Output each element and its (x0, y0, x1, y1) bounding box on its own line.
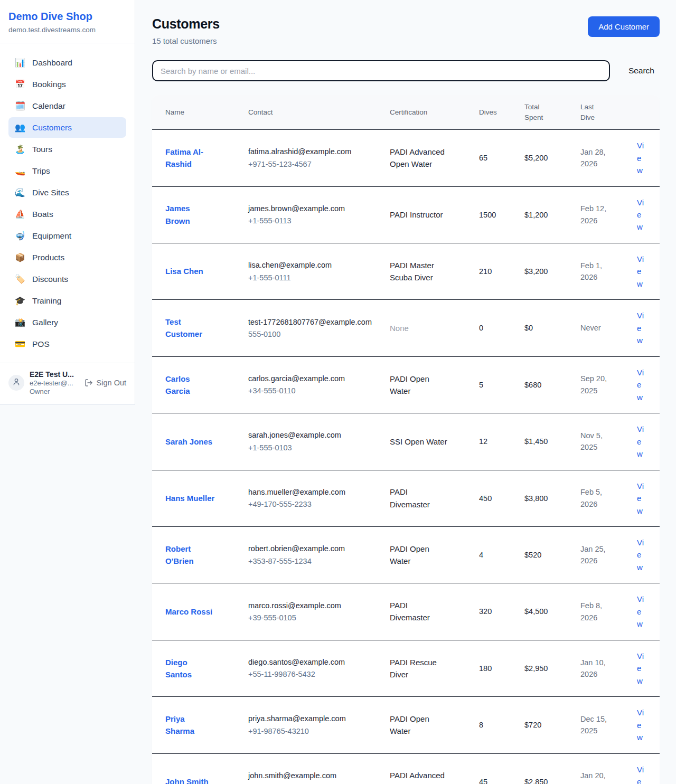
sidebar-item-gallery[interactable]: 📸 Gallery (8, 312, 126, 333)
page-title: Customers (152, 16, 220, 32)
customer-name-link[interactable]: Diego Santos (165, 656, 215, 681)
view-customer-link[interactable]: View (637, 311, 644, 345)
view-customer-link[interactable]: View (637, 538, 644, 572)
customer-dives: 180 (473, 640, 518, 696)
camera-flash-icon: 📸 (15, 317, 25, 327)
sidebar-item-pos[interactable]: 💳 POS (8, 334, 126, 354)
customer-name-link[interactable]: Marco Rossi (165, 606, 212, 618)
customer-phone: +39-555-0105 (248, 612, 377, 624)
customers-table-card: Name Contact Certification Dives Total S… (152, 95, 660, 784)
add-customer-button[interactable]: Add Customer (588, 16, 660, 37)
customer-name-link[interactable]: Hans Mueller (165, 492, 214, 504)
table-row: Test Customer test-1772681807767@example… (152, 300, 660, 356)
sidebar-item-equipment[interactable]: 🤿 Equipment (8, 225, 126, 246)
view-customer-link[interactable]: View (637, 651, 644, 685)
customer-certification: SSI Open Water (390, 436, 447, 448)
view-customer-link[interactable]: View (637, 481, 644, 515)
customer-total-spent: $4,500 (518, 583, 574, 640)
sidebar-item-boats[interactable]: ⛵ Boats (8, 204, 126, 224)
col-header-last-dive: Last Dive (574, 95, 631, 130)
customer-total-spent: $3,200 (518, 243, 574, 299)
customer-name-link[interactable]: Robert O'Brien (165, 543, 215, 568)
search-button[interactable]: Search (623, 62, 660, 80)
package-icon: 📦 (15, 252, 25, 262)
customer-last-dive: Feb 5, 2026 (580, 486, 612, 510)
customer-last-dive: Jan 10, 2026 (580, 657, 612, 681)
table-row: John Smith john.smith@example.com +1-555… (152, 753, 660, 784)
customer-last-dive: Sep 20, 2025 (580, 373, 612, 396)
customer-total-spent: $2,950 (518, 640, 574, 696)
customer-email: hans.mueller@example.com (248, 486, 377, 498)
sidebar-item-dive-sites[interactable]: 🌊 Dive Sites (8, 182, 126, 203)
customer-total-spent: $2,850 (518, 753, 574, 784)
search-input[interactable] (152, 60, 610, 81)
credit-card-icon: 💳 (15, 339, 25, 349)
customer-total-spent: $3,800 (518, 470, 574, 526)
customer-name-link[interactable]: James Brown (165, 202, 215, 227)
customer-certification: PADI Divemaster (390, 599, 449, 624)
shop-domain: demo.test.divestreams.com (8, 26, 126, 34)
customer-name-link[interactable]: Lisa Chen (165, 265, 203, 277)
customer-name-link[interactable]: John Smith (165, 776, 209, 784)
customer-email: sarah.jones@example.com (248, 429, 377, 441)
sidebar-item-discounts[interactable]: 🏷️ Discounts (8, 269, 126, 289)
customers-table: Name Contact Certification Dives Total S… (152, 95, 660, 784)
customer-phone: +91-98765-43210 (248, 725, 377, 737)
speedboat-icon: 🚤 (15, 166, 25, 176)
sidebar: Demo Dive Shop demo.test.divestreams.com… (0, 0, 135, 405)
sidebar-item-dashboard[interactable]: 📊 Dashboard (8, 52, 126, 73)
main-content: Customers 15 total customers Add Custome… (135, 0, 676, 784)
customer-phone: +55-11-99876-5432 (248, 668, 377, 680)
view-customer-link[interactable]: View (637, 708, 644, 742)
diving-mask-icon: 🤿 (15, 231, 25, 241)
page-header: Customers 15 total customers Add Custome… (152, 16, 660, 45)
view-customer-link[interactable]: View (637, 198, 644, 232)
sidebar-item-trips[interactable]: 🚤 Trips (8, 160, 126, 181)
customer-email: carlos.garcia@example.com (248, 373, 377, 384)
user-section: E2E Test U... e2e-tester@... Owner Sign … (0, 363, 135, 404)
sidebar-item-products[interactable]: 📦 Products (8, 247, 126, 268)
table-row: Diego Santos diego.santos@example.com +5… (152, 640, 660, 696)
view-customer-link[interactable]: View (637, 368, 644, 402)
sign-out-button[interactable]: Sign Out (84, 379, 126, 387)
view-customer-link[interactable]: View (637, 594, 644, 628)
sidebar-item-customers[interactable]: 👥 Customers (8, 117, 126, 138)
customer-phone: +49-170-555-2233 (248, 498, 377, 510)
customer-certification: PADI Open Water (390, 543, 449, 568)
customer-total-spent: $520 (518, 526, 574, 583)
view-customer-link[interactable]: View (637, 254, 644, 288)
calendar-date-icon: 📅 (15, 79, 25, 89)
sidebar-item-training[interactable]: 🎓 Training (8, 290, 126, 311)
table-body: Fatima Al-Rashid fatima.alrashid@example… (152, 130, 660, 784)
label-tag-icon: 🏷️ (15, 274, 25, 284)
customer-email: priya.sharma@example.com (248, 713, 377, 724)
customer-phone: +971-55-123-4567 (248, 158, 377, 170)
table-header: Name Contact Certification Dives Total S… (152, 95, 660, 130)
view-customer-link[interactable]: View (637, 141, 644, 175)
customer-last-dive: Never (580, 322, 601, 334)
customer-name-link[interactable]: Fatima Al-Rashid (165, 146, 215, 171)
spiral-calendar-icon: 🗓️ (15, 101, 25, 111)
table-row: Fatima Al-Rashid fatima.alrashid@example… (152, 130, 660, 186)
col-header-dives: Dives (473, 95, 518, 130)
customer-email: marco.rossi@example.com (248, 600, 377, 611)
customer-total-spent: $0 (518, 300, 574, 356)
view-customer-link[interactable]: View (637, 424, 644, 458)
customer-dives: 4 (473, 526, 518, 583)
table-row: Robert O'Brien robert.obrien@example.com… (152, 526, 660, 583)
sidebar-item-tours[interactable]: 🏝️ Tours (8, 139, 126, 159)
customer-count: 15 total customers (152, 36, 220, 45)
sidebar-item-bookings[interactable]: 📅 Bookings (8, 74, 126, 95)
view-customer-link[interactable]: View (637, 765, 644, 784)
sidebar-item-calendar[interactable]: 🗓️ Calendar (8, 96, 126, 116)
app-layout: Demo Dive Shop demo.test.divestreams.com… (0, 0, 676, 784)
customer-phone: +1-555-0103 (248, 442, 377, 454)
customer-last-dive: Feb 12, 2026 (580, 203, 612, 226)
customer-name-link[interactable]: Test Customer (165, 316, 215, 341)
customer-last-dive: Jan 20, 2026 (580, 770, 612, 784)
customer-name-link[interactable]: Sarah Jones (165, 436, 212, 448)
people-icon: 👥 (15, 122, 25, 133)
customer-name-link[interactable]: Priya Sharma (165, 713, 215, 738)
customer-email: john.smith@example.com (248, 770, 377, 781)
customer-name-link[interactable]: Carlos Garcia (165, 373, 215, 398)
